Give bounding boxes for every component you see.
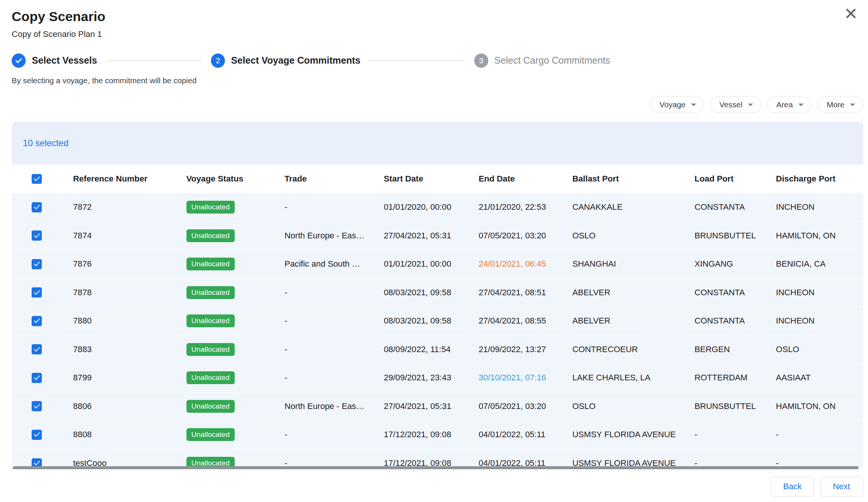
cell-start-date: 27/04/2021, 05:31	[384, 401, 479, 411]
table-row[interactable]: 8806 Unallocated North Europe - Eas… 27/…	[12, 392, 863, 421]
table-row[interactable]: 7883 Unallocated - 08/09/2022, 11:54 21/…	[12, 336, 863, 364]
cell-end-date: 27/04/2021, 08:51	[478, 288, 572, 298]
cell-ballast-port: LAKE CHARLES, LA	[572, 373, 694, 383]
cell-reference-number: 8806	[73, 401, 186, 411]
table-row[interactable]: 8808 Unallocated - 17/12/2021, 09:08 04/…	[12, 421, 863, 449]
cell-ballast-port: OSLO	[572, 401, 694, 411]
status-badge: Unallocated	[186, 400, 235, 413]
filter-bar: Voyage Vessel Area More	[0, 96, 863, 113]
step-select-voyage-commitments[interactable]: 2 Select Voyage Commitments	[211, 53, 361, 67]
cell-load-port: XINGANG	[694, 259, 776, 269]
cell-reference-number: 7872	[73, 202, 186, 212]
selected-count: 10 selected	[23, 138, 69, 148]
copy-scenario-dialog: Copy Scenario Copy of Scenario Plan 1 ✕ …	[0, 0, 868, 502]
status-badge: Unallocated	[186, 343, 235, 356]
cell-load-port: ROTTERDAM	[694, 373, 776, 383]
filter-vessel-button[interactable]: Vessel	[710, 96, 761, 113]
column-header-end-date: End Date	[478, 174, 572, 184]
cell-end-date: 27/04/2021, 08:55	[478, 316, 572, 326]
table-row[interactable]: 7876 Unallocated Pacific and South … 01/…	[12, 250, 863, 279]
cell-discharge-port: BENICIA, CA	[776, 259, 863, 269]
filter-area-button[interactable]: Area	[767, 96, 811, 113]
voyage-commitments-table: 10 selected Reference Number Voyage Stat…	[12, 122, 863, 469]
cell-load-port: -	[694, 430, 776, 439]
column-header-trade: Trade	[284, 174, 384, 184]
cell-discharge-port: HAMILTON, ON	[776, 401, 863, 411]
cell-discharge-port: AASIAAT	[776, 373, 863, 383]
chevron-down-icon	[798, 104, 804, 106]
step-select-vessels[interactable]: Select Vessels	[12, 53, 97, 67]
horizontal-scrollbar[interactable]	[13, 466, 859, 469]
cell-load-port: BRUNSBUTTEL	[694, 231, 776, 241]
cell-trade: -	[284, 316, 384, 326]
row-checkbox[interactable]	[32, 202, 42, 212]
cell-load-port: BERGEN	[694, 345, 776, 354]
cell-start-date: 01/01/2020, 00:00	[384, 202, 479, 212]
cell-load-port: CONSTANTA	[694, 288, 776, 298]
cell-start-date: 08/09/2022, 11:54	[384, 345, 479, 354]
row-checkbox[interactable]	[32, 344, 42, 354]
row-checkbox[interactable]	[32, 230, 42, 241]
cell-ballast-port: CONTRECOEUR	[572, 345, 694, 354]
cell-trade: -	[284, 202, 384, 212]
filter-voyage-label: Voyage	[659, 100, 685, 109]
stepper: Select Vessels 2 Select Voyage Commitmen…	[12, 53, 868, 67]
helper-text: By selecting a voyage, the commitment wi…	[12, 76, 868, 85]
column-header-discharge-port: Discharge Port	[776, 174, 863, 184]
row-checkbox[interactable]	[32, 373, 42, 383]
dialog-footer: Back Next	[0, 471, 868, 502]
cell-load-port: CONSTANTA	[694, 316, 776, 326]
row-checkbox[interactable]	[32, 259, 42, 269]
column-header-reference-number: Reference Number	[73, 174, 186, 184]
select-all-checkbox[interactable]	[32, 174, 42, 184]
row-checkbox[interactable]	[32, 287, 42, 298]
table-header-row: Reference Number Voyage Status Trade Sta…	[12, 165, 863, 193]
status-badge: Unallocated	[186, 286, 235, 299]
cell-load-port: BRUNSBUTTEL	[694, 401, 776, 411]
table-row[interactable]: 7872 Unallocated - 01/01/2020, 00:00 21/…	[12, 193, 863, 222]
filter-voyage-button[interactable]: Voyage	[650, 96, 704, 113]
cell-discharge-port: HAMILTON, ON	[776, 231, 863, 241]
cell-discharge-port: INCHEON	[776, 202, 863, 212]
cell-ballast-port: USMSY FLORIDA AVENUE	[572, 430, 694, 439]
status-badge: Unallocated	[186, 314, 235, 327]
cell-discharge-port: INCHEON	[776, 288, 863, 298]
cell-reference-number: 7878	[73, 288, 186, 298]
chevron-down-icon	[850, 104, 855, 106]
cell-trade: -	[284, 345, 384, 354]
table-row[interactable]: 8799 Unallocated - 29/09/2021, 23:43 30/…	[12, 364, 863, 392]
cell-start-date: 17/12/2021, 09:08	[384, 430, 479, 439]
cell-start-date: 29/09/2021, 23:43	[384, 373, 479, 383]
close-icon[interactable]: ✕	[844, 6, 858, 22]
column-header-start-date: Start Date	[384, 174, 479, 184]
row-checkbox[interactable]	[32, 430, 42, 440]
cell-reference-number: 7876	[73, 259, 186, 269]
cell-end-date: 07/05/2021, 03:20	[478, 231, 572, 241]
cell-discharge-port: OSLO	[776, 345, 863, 354]
chevron-down-icon	[691, 104, 696, 106]
filter-more-button[interactable]: More	[818, 96, 863, 113]
dialog-header: Copy Scenario Copy of Scenario Plan 1	[0, 0, 868, 39]
cell-end-date: 21/09/2022, 13:27	[478, 345, 572, 354]
table-row[interactable]: 7878 Unallocated - 08/03/2021, 09:58 27/…	[12, 278, 863, 307]
selection-summary-bar: 10 selected	[12, 122, 863, 165]
cell-ballast-port: ABELVER	[572, 288, 694, 298]
table-row[interactable]: 7874 Unallocated North Europe - Eas… 27/…	[12, 221, 863, 250]
cell-end-date: 21/01/2020, 22:53	[478, 202, 572, 212]
stepper-connector	[370, 60, 465, 61]
page-title: Copy Scenario	[12, 9, 868, 24]
check-icon	[12, 53, 26, 67]
dialog-subtitle: Copy of Scenario Plan 1	[12, 29, 868, 39]
step-select-cargo-commitments[interactable]: 3 Select Cargo Commitments	[474, 53, 610, 67]
step-label-select-cargo-commitments: Select Cargo Commitments	[494, 55, 610, 66]
row-checkbox[interactable]	[32, 316, 42, 326]
cell-reference-number: 8799	[73, 373, 186, 383]
row-checkbox[interactable]	[32, 401, 42, 411]
cell-load-port: CONSTANTA	[694, 202, 776, 212]
next-button[interactable]: Next	[820, 476, 863, 496]
cell-ballast-port: CANAKKALE	[572, 202, 694, 212]
step-number-3: 3	[474, 53, 488, 67]
back-button[interactable]: Back	[771, 476, 814, 496]
cell-discharge-port: -	[776, 430, 863, 439]
table-row[interactable]: 7880 Unallocated - 08/03/2021, 09:58 27/…	[12, 307, 863, 336]
